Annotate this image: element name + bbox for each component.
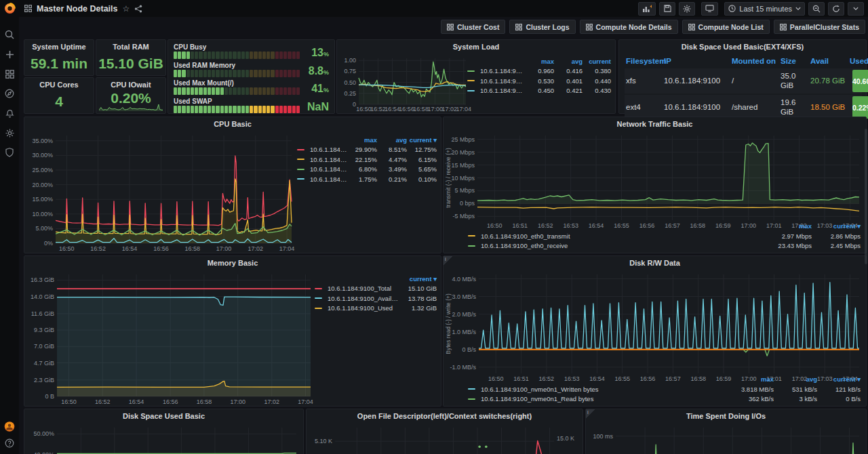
series-name[interactable]: 10.6.1.184:9100_5m	[477, 77, 526, 85]
gauge-bar[interactable]	[174, 87, 300, 95]
refresh-interval-dropdown[interactable]	[848, 2, 864, 16]
legend-column-max[interactable]: max	[730, 375, 774, 383]
share-icon[interactable]	[134, 5, 142, 13]
legend-column-current[interactable]: current	[583, 58, 611, 65]
network-traffic-chart[interactable]: 16:5016:5116:5216:5316:5416:5516:5616:57…	[445, 131, 865, 230]
column-header[interactable]: Mounted on	[730, 57, 779, 66]
gauge-cell	[212, 70, 215, 77]
series-name[interactable]: 10.6.1.184:9100_1m	[477, 67, 526, 75]
panel-title[interactable]: System Load	[337, 40, 615, 54]
series-name[interactable]: 10.6.1.184:9100_nvme0n1_Written bytes	[477, 386, 730, 393]
column-header[interactable]: Size	[779, 57, 809, 66]
panel-title[interactable]: CPU Cores	[24, 78, 94, 91]
cycle-view-button[interactable]	[701, 2, 718, 16]
series-name[interactable]: 10.6.1.184:9100_eth0_receive	[477, 242, 763, 249]
legend-column-avg[interactable]: avg	[774, 375, 817, 383]
gauge-cell	[237, 87, 241, 95]
save-dashboard-button[interactable]	[659, 2, 675, 16]
legend-column-current[interactable]: current ▾	[399, 275, 437, 283]
legend-column-current[interactable]: current ▾	[407, 136, 437, 144]
legend-column-max[interactable]: max	[347, 136, 377, 144]
dashboard-settings-button[interactable]	[679, 2, 695, 16]
table-row[interactable]: xfs10.6.1.184:9100/35.0 GiB20.78 GiB40.6…	[625, 68, 862, 94]
legend-column-max[interactable]: max	[526, 58, 554, 65]
gauge-bar[interactable]	[174, 106, 300, 113]
legend-value: 2.86 Mbps	[812, 232, 861, 240]
legend-column-avg[interactable]: avg	[377, 136, 407, 144]
explore-compass-icon[interactable]	[4, 88, 15, 99]
time-ios-chart[interactable]: 100 ms75 ms50 ms25 ms	[587, 423, 865, 454]
grafana-logo[interactable]	[0, 0, 19, 17]
series-name[interactable]: 10.6.1.184:9100_User	[307, 156, 347, 163]
gauge-label: Used SWAP	[174, 98, 329, 106]
panel-title[interactable]: Disk R/W Data	[443, 256, 866, 270]
disk-space-table: FilesystemIPMounted onSizeAvailUsedxfs10…	[625, 55, 862, 112]
legend-column-current[interactable]: current ▾	[817, 375, 861, 383]
gauge-cell	[267, 70, 270, 77]
star-icon[interactable]: ☆	[122, 4, 130, 14]
system-load-chart[interactable]: 16:5016:5216:5416:5616:5817:0017:0217:04…	[338, 54, 471, 113]
column-header[interactable]: Avail	[809, 57, 848, 66]
panel-title[interactable]: Open File Descriptor(left)/Context switc…	[307, 409, 583, 423]
dashboard-link-cluster-logs[interactable]: Cluster Logs	[509, 20, 575, 34]
alerting-bell-icon[interactable]	[4, 108, 15, 119]
scrollbar[interactable]	[865, 129, 867, 264]
panel-info-icon[interactable]: i	[586, 409, 595, 418]
dashboard-title[interactable]: Master Node Details	[37, 4, 117, 14]
panel-title[interactable]: Disk Space Used Basic	[24, 409, 303, 423]
dashboards-icon[interactable]	[4, 68, 15, 79]
panel-title[interactable]: Time Spent Doing I/Os	[586, 409, 866, 423]
user-avatar[interactable]	[4, 421, 15, 432]
panel-title[interactable]: Network Traffic Basic	[443, 117, 866, 131]
panel-title[interactable]: Memory Basic	[24, 256, 441, 270]
legend-value: 3.818 MB/s	[730, 386, 774, 393]
panel-title[interactable]: CPU IOwait	[96, 78, 165, 91]
series-name[interactable]: 10.6.1.184:9100_Used	[324, 304, 399, 312]
gauge-bar[interactable]	[174, 51, 300, 59]
panel-title[interactable]: CPU Basic	[24, 117, 441, 131]
configuration-gear-icon[interactable]	[4, 127, 15, 138]
column-header[interactable]: Used	[848, 57, 868, 66]
legend-row: 10.6.1.184:9100_Total15.10 GiB	[315, 284, 437, 294]
dashboard-link-parallelcluster-stats[interactable]: ParallelCluster Stats	[774, 20, 865, 34]
search-icon[interactable]	[4, 29, 15, 40]
series-name[interactable]: 10.6.1.184:9100_System	[307, 165, 347, 173]
create-plus-icon[interactable]	[4, 49, 15, 60]
time-range-picker[interactable]: Last 15 minutes	[724, 2, 805, 16]
svg-text:14.0 GiB: 14.0 GiB	[31, 293, 54, 300]
column-header[interactable]: Filesystem	[625, 57, 663, 66]
series-name[interactable]: 10.6.1.184:9100_Available	[324, 295, 399, 302]
disk-rw-chart[interactable]: 16:5016:5116:5216:5316:5416:5516:5616:57…	[445, 270, 865, 383]
cpu-basic-chart[interactable]: 16:5016:5216:5416:5616:5817:0017:0217:04…	[26, 131, 297, 253]
series-name[interactable]: 10.6.1.184:9100_15m	[477, 87, 526, 94]
gauge-bar[interactable]	[174, 70, 300, 77]
dashboard-link-cluster-cost[interactable]: Cluster Cost	[441, 20, 505, 34]
open-fd-chart[interactable]: 5.10 K5.05 K5.00 K15.0 K12.5 K10.0 Kcont…	[308, 423, 581, 454]
panel-title[interactable]: Disk Space Used Basic(EXT4/XFS)	[619, 40, 866, 54]
series-name[interactable]: 10.6.1.184:9100_Total	[307, 146, 347, 153]
legend-value: 2.45 Mbps	[812, 242, 861, 249]
panel-info-icon[interactable]: i	[443, 256, 452, 265]
dashboard-link-compute-node-details[interactable]: Compute Node Details	[580, 20, 678, 34]
help-icon[interactable]	[4, 438, 15, 449]
series-name[interactable]: 10.6.1.184:9100_Total	[324, 285, 399, 292]
series-name[interactable]: 10.6.1.184:9100_nvme0n1_Read bytes	[477, 395, 730, 403]
series-name[interactable]: 10.6.1.184:9100_eth0_transmit	[477, 232, 763, 240]
memory-basic-chart[interactable]: 16:5016:5216:5416:5616:5817:0017:0217:04…	[26, 270, 316, 406]
panel-title[interactable]: System Uptime	[24, 40, 94, 54]
series-name[interactable]: 10.6.1.184:9100_Iowait	[307, 176, 347, 183]
admin-shield-icon[interactable]	[4, 147, 15, 158]
add-panel-button[interactable]	[638, 2, 656, 16]
gauge-cell	[283, 70, 287, 77]
zoom-out-button[interactable]	[808, 2, 825, 16]
link-label: Cluster Logs	[526, 23, 569, 31]
legend-column-max[interactable]: max	[763, 222, 812, 230]
disk-space-used-chart[interactable]: 50.00%40.00%30.00%20.00%	[26, 423, 302, 454]
column-header[interactable]: IP	[663, 57, 730, 66]
panel-title[interactable]: Total RAM	[96, 40, 165, 54]
legend-column-avg[interactable]: avg	[554, 58, 583, 65]
refresh-button[interactable]	[828, 2, 844, 16]
legend-column-current[interactable]: current ▾	[812, 222, 861, 230]
dashboard-link-compute-node-list[interactable]: Compute Node List	[682, 20, 770, 34]
gauge-cell	[233, 51, 236, 59]
